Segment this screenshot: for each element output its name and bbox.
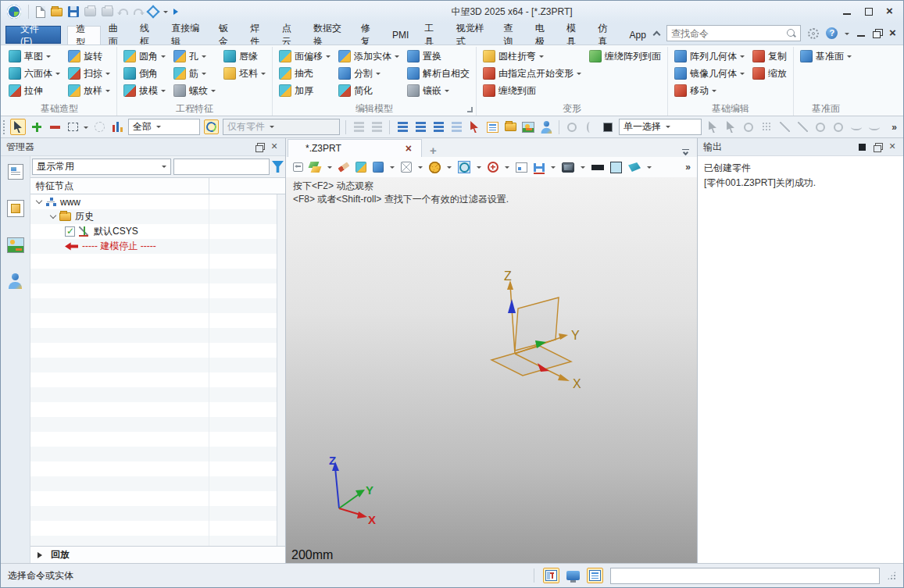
chevron-down-icon[interactable] (327, 166, 332, 171)
tab-shape[interactable]: 造型 (67, 26, 100, 45)
expand-caret-icon[interactable] (50, 212, 56, 219)
section-curve-button[interactable] (583, 119, 597, 135)
maximize-icon[interactable] (864, 7, 874, 16)
print-convert-icon[interactable] (102, 7, 113, 16)
close-icon[interactable] (886, 7, 895, 16)
quick-access-dropdown-icon[interactable] (163, 11, 168, 16)
box-select-dropdown-icon[interactable] (84, 127, 88, 131)
doc-restore-icon[interactable] (873, 29, 882, 38)
state-tool-button-4[interactable] (449, 119, 463, 135)
tab-direct-edit[interactable]: 直接编辑 (163, 26, 211, 44)
file-menu-button[interactable]: 文件(F) (5, 26, 61, 44)
tab-tools[interactable]: 工具 (416, 26, 448, 44)
spline-button[interactable] (849, 119, 863, 135)
point-cloud-button[interactable] (759, 119, 774, 135)
image-export-button[interactable] (521, 119, 535, 135)
tab-electrode[interactable]: 电极 (527, 26, 559, 44)
selection-mode-select[interactable]: 单一选择 (619, 119, 702, 135)
move-button[interactable]: 移动 (672, 82, 747, 99)
line-tool-button-1[interactable] (777, 119, 791, 135)
display-monitor-icon[interactable] (562, 162, 574, 173)
user-view-button[interactable] (539, 119, 553, 135)
resolve-self-intersection-button[interactable]: 解析自相交 (405, 65, 472, 82)
box-select-button[interactable] (66, 119, 80, 135)
red-pick-button[interactable] (467, 119, 481, 135)
settings-gear-icon[interactable] (808, 28, 819, 39)
stop-display-button[interactable] (601, 119, 615, 135)
stop-arrow-icon[interactable] (65, 242, 78, 251)
toolbar-drag-handle-icon[interactable] (3, 120, 6, 134)
tab-inquire[interactable]: 查询 (495, 26, 527, 44)
pick-point-button[interactable] (724, 119, 738, 135)
curve-button[interactable] (867, 119, 881, 135)
save-icon[interactable] (68, 6, 79, 17)
tree-node-stop-marker[interactable]: ----- 建模停止 ----- (30, 239, 285, 254)
add-entity-button[interactable] (30, 119, 44, 135)
wrap-to-face-button[interactable]: 缠绕到面 (481, 82, 584, 99)
lasso-select-button[interactable] (92, 119, 106, 135)
viewport-3d[interactable]: 按下<F2> 动态观察 <F8> 或者<Shift-roll> 查找下一个有效的… (286, 177, 697, 563)
shaded-solid-icon[interactable] (356, 162, 366, 173)
monitor-icon[interactable] (566, 571, 580, 580)
chevron-down-icon[interactable] (447, 166, 452, 171)
tab-list-dropdown-icon[interactable] (682, 149, 697, 158)
tab-mold[interactable]: 模具 (559, 26, 590, 44)
extrude-button[interactable]: 拉伸 (6, 82, 63, 99)
chamfer-button[interactable]: 倒角 (121, 65, 168, 82)
redo-icon[interactable] (134, 9, 143, 15)
pick-tool-button[interactable] (706, 119, 720, 135)
output-restore-icon[interactable] (874, 143, 882, 151)
manager-filter-input[interactable] (173, 159, 270, 175)
default-csys-datum[interactable]: Z Y X (454, 269, 602, 418)
tab-point-cloud[interactable]: 点云 (274, 26, 306, 44)
checked-checkbox-icon[interactable] (65, 226, 75, 237)
tab-data-exchange[interactable]: 数据交换 (306, 26, 353, 44)
tab-sheet-metal[interactable]: 钣金 (211, 26, 242, 44)
show-mode-select[interactable]: 显示常用 (32, 159, 171, 175)
manager-close-icon[interactable] (271, 143, 280, 151)
mirror-geometry-button[interactable]: 镜像几何体 (672, 65, 747, 82)
scale-button[interactable]: 缩放 (750, 65, 789, 82)
remove-entity-button[interactable] (48, 119, 62, 135)
deform-from-point-button[interactable]: 由指定点开始变形 (481, 65, 584, 82)
tree-node-csys[interactable]: 默认CSYS (30, 224, 285, 239)
document-tab[interactable]: *.Z3PRT × (288, 139, 422, 157)
dialog-launcher-icon[interactable] (467, 107, 473, 112)
minimize-icon[interactable] (842, 7, 852, 16)
tab-wireframe[interactable]: 线框 (132, 26, 163, 44)
align-tool-button-2[interactable] (370, 119, 384, 135)
cylindrical-bend-button[interactable]: 圆柱折弯 (481, 48, 584, 65)
divide-button[interactable]: 分割 (336, 65, 402, 82)
exit-back-icon[interactable] (293, 162, 303, 172)
state-tool-button-2[interactable] (413, 119, 427, 135)
tab-visual-style[interactable]: 视觉样式 (448, 26, 496, 44)
output-close-icon[interactable] (889, 143, 898, 151)
dialog-toggle-active[interactable] (543, 568, 559, 583)
stock-button[interactable]: 坯料 (221, 65, 268, 82)
fillet-button[interactable]: 圆角 (121, 48, 168, 65)
line-tool-button-2[interactable] (795, 119, 809, 135)
undo-icon[interactable] (119, 9, 128, 15)
black-bar-icon[interactable] (591, 165, 604, 170)
pattern-geometry-button[interactable]: 阵列几何体 (672, 48, 747, 65)
loft-button[interactable]: 放样 (66, 82, 113, 99)
playback-section[interactable]: 回放 (30, 546, 285, 563)
thicken-button[interactable]: 加厚 (277, 82, 333, 99)
shell-button[interactable]: 抽壳 (277, 65, 333, 82)
search-icon[interactable] (787, 29, 796, 38)
viewport-toolbar-overflow-icon[interactable]: » (685, 162, 690, 173)
chevron-down-icon[interactable] (477, 166, 481, 171)
layers-icon[interactable] (309, 162, 321, 173)
pick-arrow-active[interactable] (10, 119, 26, 135)
tab-surface[interactable]: 曲面 (101, 26, 132, 44)
doc-close-icon[interactable] (889, 29, 899, 38)
target-crosshair-icon[interactable] (488, 162, 498, 173)
eraser-icon[interactable] (338, 162, 350, 173)
circle-button[interactable] (831, 119, 845, 135)
chevron-down-icon[interactable] (418, 166, 423, 171)
visual-manager-icon[interactable] (7, 237, 24, 253)
wireframe-cube-icon[interactable] (401, 162, 412, 173)
new-tab-icon[interactable]: + (422, 144, 445, 157)
start-icon[interactable] (173, 9, 181, 15)
copy-button[interactable]: 复制 (750, 48, 789, 65)
